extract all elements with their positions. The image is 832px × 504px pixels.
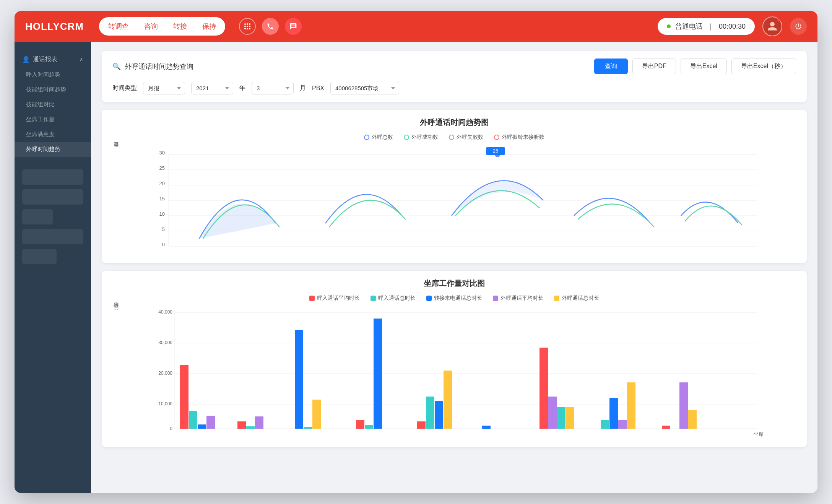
svg-point-6 bbox=[244, 28, 246, 29]
svg-rect-52 bbox=[426, 397, 434, 429]
legend-ring: 外呼振铃未接听数 bbox=[494, 134, 544, 141]
topbar-icons bbox=[239, 18, 302, 35]
svg-text:10: 10 bbox=[159, 211, 165, 217]
year-suffix: 年 bbox=[239, 84, 245, 92]
svg-rect-40 bbox=[198, 424, 206, 429]
legend-dot-fail bbox=[449, 135, 454, 140]
sidebar-item-inbound-trend[interactable]: 呼入时间趋势 bbox=[15, 67, 91, 82]
legend-color-outbound-avg bbox=[493, 296, 498, 301]
legend-label-success: 外呼成功数 bbox=[411, 134, 438, 141]
sidebar-placeholder-4 bbox=[22, 229, 83, 244]
month-select[interactable]: 3 1245 6789 101112 bbox=[252, 82, 294, 94]
legend-color-inbound-total bbox=[370, 296, 376, 301]
hold-btn[interactable]: 保持 bbox=[195, 20, 224, 33]
legend-color-transfer-total bbox=[426, 296, 432, 301]
legend-fail: 外呼失败数 bbox=[449, 134, 483, 141]
export-excel-sec-btn[interactable]: 导出Excel（秒） bbox=[731, 59, 796, 74]
sidebar-section-title[interactable]: 👤 通话报表 ∧ bbox=[15, 52, 91, 67]
svg-rect-53 bbox=[435, 401, 443, 429]
keypad-btn[interactable] bbox=[239, 18, 256, 35]
sidebar-item-skill-trend[interactable]: 技能组时间趋势 bbox=[15, 82, 91, 97]
svg-rect-62 bbox=[618, 420, 627, 429]
power-btn[interactable] bbox=[790, 18, 807, 35]
consult-btn[interactable]: 咨询 bbox=[136, 20, 166, 33]
legend-label-outbound-total: 外呼通话总时长 bbox=[562, 295, 599, 302]
section-label: 通话报表 bbox=[33, 55, 57, 63]
svg-point-5 bbox=[249, 26, 250, 27]
legend-label-fail: 外呼失败数 bbox=[457, 134, 483, 141]
sidebar-item-skill-compare[interactable]: 技能组对比 bbox=[15, 97, 91, 112]
message-icon bbox=[289, 23, 297, 30]
trend-chart-card: 外呼通话时间趋势图 外呼总数 外呼成功数 外呼失败数 bbox=[102, 110, 807, 263]
transfer-survey-btn[interactable]: 转调查 bbox=[101, 20, 136, 33]
sidebar-item-outbound-trend[interactable]: 外呼时间趋势 bbox=[15, 142, 91, 157]
export-excel-btn[interactable]: 导出Excel bbox=[681, 59, 727, 74]
bar-y-label: 时长（秒） bbox=[112, 308, 119, 315]
legend-total: 外呼总数 bbox=[364, 134, 393, 141]
bar-svg-wrapper: 40,000 30,000 20,000 10,000 0 bbox=[122, 308, 796, 439]
svg-text:10,000: 10,000 bbox=[158, 401, 172, 406]
sidebar-placeholder-1 bbox=[22, 169, 83, 185]
sidebar-item-seat-satisfaction[interactable]: 坐席满意度 bbox=[15, 127, 91, 142]
search-btn[interactable]: 查询 bbox=[594, 59, 628, 74]
app-logo: HOLLYCRM bbox=[25, 21, 84, 33]
svg-rect-47 bbox=[312, 400, 321, 429]
bar-chart-legend: 呼入通话平均时长 呼入通话总时长 转接来电通话总时长 外呼通话平均时长 bbox=[112, 295, 796, 302]
svg-text:20,000: 20,000 bbox=[158, 371, 172, 376]
year-select[interactable]: 2021 2020 bbox=[191, 82, 233, 94]
legend-dot-ring bbox=[494, 135, 499, 140]
avatar[interactable] bbox=[762, 16, 782, 36]
svg-text:0: 0 bbox=[170, 426, 172, 431]
svg-text:26: 26 bbox=[493, 148, 498, 154]
svg-rect-39 bbox=[189, 411, 197, 429]
sidebar-item-seat-workload[interactable]: 坐席工作量 bbox=[15, 112, 91, 127]
svg-rect-57 bbox=[548, 397, 557, 429]
month-suffix: 月 bbox=[300, 84, 306, 92]
transfer-btn[interactable]: 转接 bbox=[166, 20, 195, 33]
phone-btn[interactable] bbox=[262, 18, 279, 35]
legend-label-total: 外呼总数 bbox=[372, 134, 393, 141]
legend-color-inbound-avg bbox=[309, 296, 315, 301]
svg-rect-60 bbox=[601, 420, 609, 429]
time-type-label: 时间类型 bbox=[112, 84, 137, 92]
trend-chart-area: 数量 30 25 20 15 10 5 0 bbox=[112, 147, 796, 255]
svg-text:坐席: 坐席 bbox=[754, 431, 764, 437]
message-btn[interactable] bbox=[285, 18, 302, 35]
svg-rect-55 bbox=[482, 426, 491, 429]
svg-rect-49 bbox=[365, 425, 373, 429]
time-type-select[interactable]: 月报 日报 周报 bbox=[143, 82, 185, 94]
svg-point-1 bbox=[247, 23, 248, 25]
svg-rect-51 bbox=[417, 421, 426, 429]
app-window: HOLLYCRM 转调查 咨询 转接 保持 bbox=[15, 11, 817, 493]
sidebar-section-reports: 👤 通话报表 ∧ 呼入时间趋势 技能组时间趋势 技能组对比 坐席工作量 坐席满意… bbox=[15, 48, 91, 161]
page-title: 外呼通话时间趋势查询 bbox=[125, 62, 193, 71]
legend-dot-success bbox=[404, 135, 409, 140]
pbx-select[interactable]: 4000628505市场 bbox=[330, 82, 399, 94]
sidebar: 👤 通话报表 ∧ 呼入时间趋势 技能组时间趋势 技能组对比 坐席工作量 坐席满意… bbox=[15, 42, 91, 493]
export-pdf-btn[interactable]: 导出PDF bbox=[632, 59, 676, 74]
status-dot bbox=[667, 24, 671, 28]
divider: ｜ bbox=[707, 22, 714, 31]
search-icon: 🔍 bbox=[112, 62, 121, 71]
svg-point-2 bbox=[249, 23, 250, 25]
svg-point-3 bbox=[244, 26, 246, 27]
legend-dot-total bbox=[364, 135, 369, 140]
call-timer: 00:00:30 bbox=[719, 23, 746, 31]
svg-rect-48 bbox=[356, 420, 364, 429]
legend-outbound-avg: 外呼通话平均时长 bbox=[493, 295, 543, 302]
trend-svg-wrapper: 30 25 20 15 10 5 0 bbox=[122, 147, 796, 255]
svg-text:0: 0 bbox=[162, 242, 165, 247]
svg-text:30,000: 30,000 bbox=[158, 340, 172, 345]
svg-rect-44 bbox=[255, 416, 263, 429]
legend-outbound-total: 外呼通话总时长 bbox=[554, 295, 599, 302]
svg-rect-38 bbox=[180, 365, 188, 429]
legend-inbound-total: 呼入通话总时长 bbox=[370, 295, 416, 302]
sidebar-placeholder-2 bbox=[22, 189, 83, 205]
sidebar-divider bbox=[21, 164, 85, 164]
app-body: 👤 通话报表 ∧ 呼入时间趋势 技能组时间趋势 技能组对比 坐席工作量 坐席满意… bbox=[15, 42, 817, 493]
bar-chart-card: 坐席工作量对比图 呼入通话平均时长 呼入通话总时长 转接来电通话总时长 bbox=[102, 271, 807, 447]
svg-text:25: 25 bbox=[159, 165, 165, 171]
keypad-icon bbox=[244, 23, 251, 30]
search-buttons: 查询 导出PDF 导出Excel 导出Excel（秒） bbox=[594, 59, 796, 74]
svg-rect-65 bbox=[679, 382, 688, 429]
